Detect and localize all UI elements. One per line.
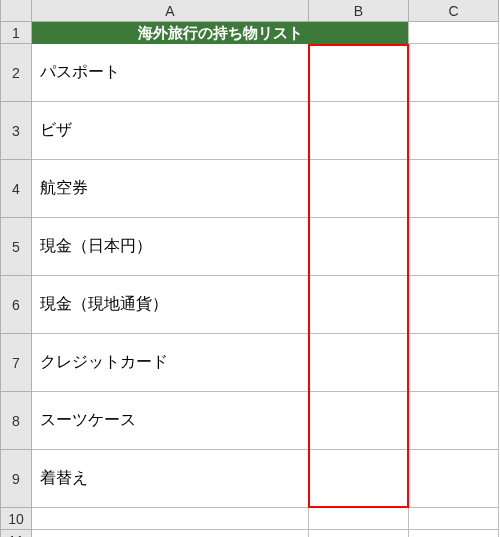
row-header-7[interactable]: 7 (0, 334, 32, 392)
col-header-A[interactable]: A (32, 0, 309, 22)
cell-A4[interactable]: 航空券 (32, 160, 309, 218)
select-all-corner[interactable] (0, 0, 32, 22)
cell-C10[interactable] (409, 508, 499, 530)
cell-C4[interactable] (409, 160, 499, 218)
cell-C11[interactable] (409, 530, 499, 537)
row-header-4[interactable]: 4 (0, 160, 32, 218)
cell-C5[interactable] (409, 218, 499, 276)
cell-text: 現金（日本円） (40, 236, 152, 257)
cell-B4[interactable] (309, 160, 409, 218)
row-header-1[interactable]: 1 (0, 22, 32, 44)
cell-C8[interactable] (409, 392, 499, 450)
spreadsheet: A B C 1 海外旅行の持ち物リスト 2 パスポート 3 ビザ 4 航空券 5… (0, 0, 500, 537)
cell-A3[interactable]: ビザ (32, 102, 309, 160)
cell-A7[interactable]: クレジットカード (32, 334, 309, 392)
cell-A9[interactable]: 着替え (32, 450, 309, 508)
cell-C2[interactable] (409, 44, 499, 102)
cell-C9[interactable] (409, 450, 499, 508)
cell-B11[interactable] (309, 530, 409, 537)
cell-text: ビザ (40, 120, 72, 141)
row-header-8[interactable]: 8 (0, 392, 32, 450)
cell-B5[interactable] (309, 218, 409, 276)
cell-text: 着替え (40, 468, 88, 489)
cell-A11[interactable] (32, 530, 309, 537)
cell-A6[interactable]: 現金（現地通貨） (32, 276, 309, 334)
col-header-C[interactable]: C (409, 0, 499, 22)
cell-B3[interactable] (309, 102, 409, 160)
cell-text: スーツケース (40, 410, 136, 431)
row-header-10[interactable]: 10 (0, 508, 32, 530)
row-header-9[interactable]: 9 (0, 450, 32, 508)
cell-B7[interactable] (309, 334, 409, 392)
title-cell[interactable]: 海外旅行の持ち物リスト (32, 22, 409, 44)
cell-B9[interactable] (309, 450, 409, 508)
cell-text: パスポート (40, 62, 120, 83)
row-header-3[interactable]: 3 (0, 102, 32, 160)
cell-A5[interactable]: 現金（日本円） (32, 218, 309, 276)
cell-A2[interactable]: パスポート (32, 44, 309, 102)
cell-B8[interactable] (309, 392, 409, 450)
cell-B10[interactable] (309, 508, 409, 530)
grid: A B C 1 海外旅行の持ち物リスト 2 パスポート 3 ビザ 4 航空券 5… (0, 0, 500, 537)
cell-C3[interactable] (409, 102, 499, 160)
col-header-B[interactable]: B (309, 0, 409, 22)
cell-text: クレジットカード (40, 352, 168, 373)
row-header-6[interactable]: 6 (0, 276, 32, 334)
cell-C1[interactable] (409, 22, 499, 44)
row-header-11[interactable]: 11 (0, 530, 32, 537)
cell-A10[interactable] (32, 508, 309, 530)
cell-C6[interactable] (409, 276, 499, 334)
cell-B2[interactable] (309, 44, 409, 102)
cell-A8[interactable]: スーツケース (32, 392, 309, 450)
cell-B6[interactable] (309, 276, 409, 334)
row-header-5[interactable]: 5 (0, 218, 32, 276)
cell-C7[interactable] (409, 334, 499, 392)
cell-text: 航空券 (40, 178, 88, 199)
row-header-2[interactable]: 2 (0, 44, 32, 102)
cell-text: 現金（現地通貨） (40, 294, 168, 315)
